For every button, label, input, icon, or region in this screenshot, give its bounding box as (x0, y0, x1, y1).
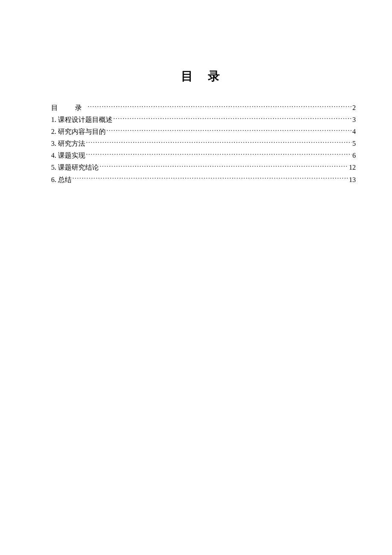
toc-entry: 目 录 2 (51, 102, 356, 113)
toc-leader (86, 151, 352, 158)
toc-label: 目 录 (51, 102, 87, 113)
toc-entry: 4. 课题实现 6 (51, 150, 356, 161)
toc-leader (113, 115, 352, 122)
toc-label: 1. 课程设计题目概述 (51, 114, 112, 125)
toc-label: 4. 课题实现 (51, 150, 85, 161)
document-page: 目 录 目 录 2 1. 课程设计题目概述 3 2. 研究内容与目的 4 3. … (0, 0, 392, 555)
toc-page-number: 2 (352, 102, 356, 113)
toc-page-number: 6 (352, 150, 356, 161)
toc-leader (72, 175, 348, 182)
toc-label: 5. 课题研究结论 (51, 162, 99, 173)
toc-page-number: 5 (352, 138, 356, 149)
toc-leader (88, 103, 352, 110)
toc-page-number: 3 (352, 114, 356, 125)
toc-entry: 2. 研究内容与目的 4 (51, 126, 356, 137)
toc-entry: 1. 课程设计题目概述 3 (51, 114, 356, 125)
toc-page-number: 13 (349, 174, 356, 185)
toc-page-number: 12 (349, 162, 356, 173)
table-of-contents: 目 录 2 1. 课程设计题目概述 3 2. 研究内容与目的 4 3. 研究方法… (51, 102, 356, 185)
toc-leader (86, 139, 352, 146)
toc-entry: 3. 研究方法 5 (51, 138, 356, 149)
toc-leader (107, 127, 352, 134)
toc-entry: 6. 总结 13 (51, 174, 356, 185)
toc-label: 3. 研究方法 (51, 138, 85, 149)
toc-label: 2. 研究内容与目的 (51, 126, 106, 137)
toc-page-number: 4 (352, 126, 356, 137)
toc-entry: 5. 课题研究结论 12 (51, 162, 356, 173)
toc-label: 6. 总结 (51, 174, 72, 185)
toc-leader (100, 163, 348, 170)
page-title: 目 录 (51, 68, 356, 84)
